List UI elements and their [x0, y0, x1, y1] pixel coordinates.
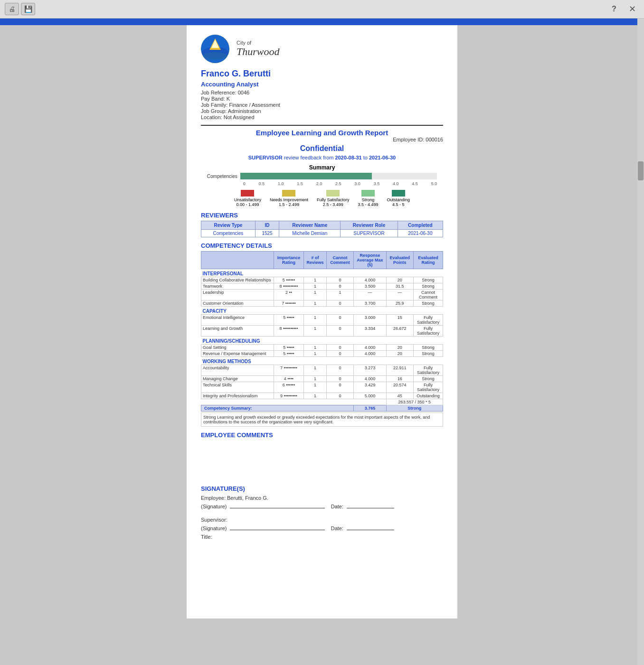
job-group: Job Group: Administration — [201, 108, 443, 114]
comp-reviews: 1 — [304, 326, 327, 337]
pay-band: Pay Band: K — [201, 96, 443, 102]
competency-row: Customer Orientation 7 ••••••• 1 0 3.700… — [201, 300, 443, 307]
comp-rating: Strong — [414, 277, 443, 283]
comp-points: 15 — [386, 315, 413, 326]
reviewers-header-row: Review Type ID Reviewer Name Reviewer Ro… — [201, 221, 443, 230]
legend-range: 1.5 - 2.499 — [279, 202, 299, 207]
comp-cannot: 0 — [326, 300, 353, 307]
chart-bar-container — [240, 173, 437, 179]
scrollbar[interactable] — [637, 0, 644, 665]
reviewer-name: Michelle Demian — [279, 230, 341, 237]
toolbar-right: ? ✕ — [607, 3, 639, 15]
location: Location: Not Assigned — [201, 114, 443, 120]
toolbar-left: 🖨 💾 — [5, 3, 35, 15]
summary-title: Summary — [201, 164, 443, 171]
strong-description: Strong Learning and growth exceeded or g… — [201, 412, 443, 427]
legend-unsatisfactory: Unsatisfactory 0.00 - 1.499 — [234, 190, 261, 207]
report-title-section: Employee Learning and Growth Report Empl… — [201, 125, 443, 142]
reviewer-type: Competencies — [201, 230, 256, 237]
review-dates-label: review feedback from — [284, 155, 335, 160]
legend-range: 0.00 - 1.499 — [236, 202, 259, 207]
comp-importance: 6 •••••• — [274, 382, 303, 393]
comp-avg: 3.429 — [354, 382, 386, 393]
competency-header-row: Importance Rating # of Reviews Cannot Co… — [201, 252, 443, 269]
comp-points: 16 — [386, 376, 413, 382]
comp-avg: 4.000 — [354, 351, 386, 357]
reviewer-completed: 2021-06-30 — [398, 230, 443, 237]
print-button[interactable]: 🖨 — [5, 3, 19, 15]
competency-row: Integrity and Professionalism 9 ••••••••… — [201, 393, 443, 399]
save-button[interactable]: 💾 — [21, 3, 35, 15]
org-name-block: City of Thurwood — [237, 40, 279, 58]
help-button[interactable]: ? — [607, 3, 621, 15]
competency-rating: Strong — [386, 405, 443, 412]
comp-points: 26.672 — [386, 326, 413, 337]
employee-comments-header: EMPLOYEE COMMENTS — [201, 431, 443, 439]
category-interpersonal: INTERPERSONAL — [201, 269, 443, 277]
comp-points: 25.9 — [386, 300, 413, 307]
competency-row: Emotional Intelligence 5 ••••• 1 0 3.000… — [201, 315, 443, 326]
job-reference: Job Reference: 0046 — [201, 90, 443, 95]
comp-avg: 4.000 — [354, 277, 386, 283]
sig2-line — [230, 530, 325, 530]
comp-importance: 4 •••• — [274, 376, 303, 382]
col-points: Evaluated Points — [386, 252, 413, 269]
comp-reviews: 1 — [304, 283, 327, 290]
scrollbar-thumb[interactable] — [638, 161, 644, 180]
category-planning: PLANNING/SCHEDULING — [201, 337, 443, 345]
page-container: City of Thurwood Franco G. Berutti Accou… — [0, 25, 644, 637]
job-title: Accounting Analyst — [201, 81, 443, 88]
comp-points: 20 — [386, 345, 413, 351]
comp-cannot: 0 — [326, 351, 353, 357]
legend-label: Unsatisfactory — [234, 197, 261, 202]
legend-range: 4.5 - 5 — [392, 202, 405, 207]
comp-reviews: 1 — [304, 393, 327, 399]
employee-sig-label: Employee: Berutti, Franco G. — [201, 495, 443, 501]
comp-reviews: 1 — [304, 277, 327, 283]
comp-name: Revenue / Expense Management — [201, 351, 274, 357]
total-formula: 263.557 / 350 * 5 — [386, 399, 443, 405]
reviewer-role: SUPERVISOR — [341, 230, 398, 237]
legend-box-outstanding — [392, 190, 405, 197]
comp-name: Accountability — [201, 365, 274, 376]
competency-row: Goal Setting 5 ••••• 1 0 4.000 20 Strong — [201, 345, 443, 351]
close-button[interactable]: ✕ — [625, 3, 639, 15]
employee-signature-line: (Signature) Date: — [201, 504, 443, 509]
comp-avg: 4.000 — [354, 376, 386, 382]
legend-label: Fully Satisfactory — [317, 197, 350, 202]
competency-row: Accountability 7 ••••••••• 1 0 3.273 22.… — [201, 365, 443, 376]
competency-summary-row: Competency Summary: 3.765 Strong — [201, 405, 443, 412]
comp-rating: Fully Satisfactory — [414, 315, 443, 326]
legend-needs-improvement: Needs Improvement 1.5 - 2.499 — [270, 190, 308, 207]
legend-box-fully — [326, 190, 340, 197]
comp-name: Teamwork — [201, 283, 274, 290]
formula-cell — [201, 399, 387, 405]
col-rating: Evaluated Rating — [414, 252, 443, 269]
comp-cannot: 1 — [326, 290, 353, 300]
reviewers-table: Review Type ID Reviewer Name Reviewer Ro… — [201, 221, 443, 237]
legend-section: Unsatisfactory 0.00 - 1.499 Needs Improv… — [201, 190, 443, 207]
legend-range: 3.5 - 4.499 — [358, 202, 379, 207]
comp-importance: 8 •••••••••• — [274, 326, 303, 337]
comp-cannot: 0 — [326, 365, 353, 376]
reviewer-id: 1525 — [255, 230, 279, 237]
sig2-label: (Signature) — [201, 525, 228, 531]
blue-header-bar — [0, 19, 644, 25]
employee-comments-body — [201, 442, 443, 471]
reviewer-row: Competencies 1525 Michelle Demian SUPERV… — [201, 230, 443, 237]
summary-formula-row: 263.557 / 350 * 5 — [201, 399, 443, 405]
supervisor-review-line: SUPERVISOR review feedback from 2020-08-… — [201, 155, 443, 160]
org-header: City of Thurwood — [201, 35, 443, 63]
comp-points: 20 — [386, 351, 413, 357]
comp-name: Leadership — [201, 290, 274, 300]
comp-rating: Fully Satisfactory — [414, 382, 443, 393]
legend-fully-satisfactory: Fully Satisfactory 2.5 - 3.499 — [317, 190, 350, 207]
comp-avg: 5.000 — [354, 393, 386, 399]
comp-avg: — — [354, 290, 386, 300]
comp-avg: 4.000 — [354, 345, 386, 351]
comp-reviews: 1 — [304, 345, 327, 351]
competency-row: Technical Skills 6 •••••• 1 0 3.429 20.5… — [201, 382, 443, 393]
legend-box-needs — [282, 190, 295, 197]
chart-row: Competencies — [207, 173, 437, 179]
reviewers-header: REVIEWERS — [201, 212, 443, 219]
